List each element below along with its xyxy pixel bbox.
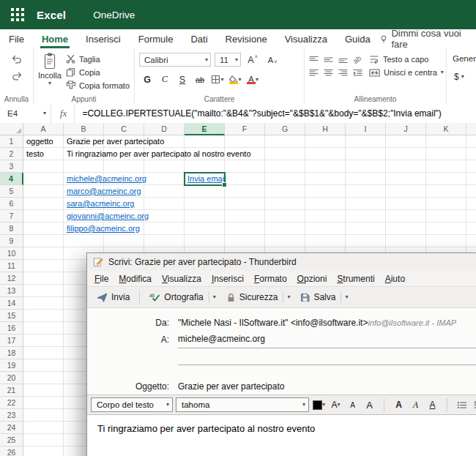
decrease-font-size-button[interactable]: A [346,397,360,412]
tab-formule[interactable]: Formule [130,29,182,48]
tb-menu-file[interactable]: File [89,274,114,284]
row-header-25[interactable]: 25 [0,434,23,446]
name-box[interactable]: E4 ▾ [0,104,51,123]
row-header-2[interactable]: 2 [0,148,23,160]
redo-button[interactable] [11,71,23,81]
cell-B5[interactable]: marco@acmeinc.org [67,185,141,198]
text-color-button[interactable]: ▾ [312,397,326,412]
to-field[interactable]: michele@acmeinc.org [178,331,476,348]
cell-B1[interactable]: Grazie per aver partecipato [67,135,164,148]
row-header-14[interactable]: 14 [0,297,23,310]
column-header-I[interactable]: I [346,123,386,135]
row-header-10[interactable]: 10 [0,247,23,260]
align-middle-button[interactable] [324,56,333,64]
italic-button[interactable]: A [409,397,423,412]
row-header-16[interactable]: 16 [0,322,23,334]
onedrive-link[interactable]: OneDrive [93,10,135,20]
column-header-C[interactable]: C [104,123,144,135]
row-header-15[interactable]: 15 [0,310,23,322]
tell-me[interactable]: Dimmi cosa vuoi fare [379,29,476,48]
column-header-B[interactable]: B [64,123,104,135]
font-size-select[interactable]: 11 ▾ [215,53,241,67]
underline-button[interactable]: A [425,397,439,412]
merge-center-button[interactable]: Unisci e centra ▾ [369,68,444,77]
select-all-button[interactable] [0,123,23,135]
borders-button[interactable]: ▾ [209,72,226,87]
number-format-select[interactable]: Genera [451,52,476,63]
column-header-K[interactable]: K [426,123,466,135]
column-header-L[interactable]: L [466,123,476,135]
italic-button[interactable]: C [157,72,173,87]
column-header-F[interactable]: F [225,123,265,135]
row-header-1[interactable]: 1 [0,135,23,148]
tb-menu-opzioni[interactable]: Opzioni [292,274,332,284]
row-header-23[interactable]: 23 [0,409,23,422]
cell-B6[interactable]: sara@acmeinc.org [67,198,134,210]
send-button[interactable]: Invia [92,288,135,306]
font-select[interactable]: tahoma ▾ [176,397,309,412]
currency-button[interactable]: $ [454,72,459,82]
cell-B2[interactable]: Ti ringraziamo per aver partecipato al n… [67,148,251,160]
row-header-8[interactable]: 8 [0,223,23,235]
cell-A1[interactable]: oggetto [26,135,53,148]
bold-button[interactable]: G [139,72,155,87]
increase-font-size-button[interactable]: A [362,397,376,412]
highlight-color-button[interactable]: A▾ [329,397,343,412]
row-header-6[interactable]: 6 [0,198,23,210]
app-title[interactable]: Excel [37,9,66,21]
cell-A2[interactable]: testo [26,148,44,160]
subject-field[interactable]: Grazie per aver partecipato [178,378,476,395]
formula-input[interactable]: =COLLEG.IPERTESTUALE("mailto:"&B4&"?subj… [75,108,441,119]
align-bottom-button[interactable] [338,56,348,64]
insert-function-button[interactable]: fx [51,104,75,123]
increase-indent-button[interactable] [353,69,362,77]
cell-B4[interactable]: michele@acmeinc.org [67,173,146,185]
spelling-button[interactable]: ab Ortografia ▾ [144,288,220,306]
bullet-list-button[interactable] [455,397,469,412]
cell-B7[interactable]: giovanni@acmeinc.org [67,210,149,223]
align-right-button[interactable] [338,69,348,77]
column-header-D[interactable]: D [144,123,185,135]
row-header-19[interactable]: 19 [0,359,23,372]
column-header-E[interactable]: E [185,123,225,135]
paragraph-style-select[interactable]: Corpo del testo ▾ [91,397,173,412]
column-header-J[interactable]: J [386,123,426,135]
row-header-13[interactable]: 13 [0,285,23,297]
align-left-button[interactable] [309,69,319,77]
row-header-3[interactable]: 3 [0,160,23,173]
row-header-9[interactable]: 9 [0,235,23,247]
row-header-17[interactable]: 17 [0,334,23,347]
row-header-12[interactable]: 12 [0,272,23,285]
tab-visualizza[interactable]: Visualizza [276,29,336,48]
tab-home[interactable]: Home [33,29,77,48]
message-body-editor[interactable]: Ti ringraziamo per aver partecipato al n… [87,415,476,456]
strikethrough-button[interactable]: ab [192,72,208,87]
row-header-7[interactable]: 7 [0,210,23,223]
row-header-11[interactable]: 11 [0,260,23,272]
format-painter-button[interactable]: Copia formato [66,81,130,90]
font-color-button[interactable]: A ▾ [245,72,261,87]
column-header-G[interactable]: G [265,123,305,135]
app-launcher-icon[interactable] [11,8,24,21]
row-header-5[interactable]: 5 [0,185,23,198]
window-title-bar[interactable]: Scrivi: Grazie per aver partecipato - Th… [87,253,476,271]
security-button[interactable]: Sicurezza ▾ [221,288,296,306]
decrease-font-size-button[interactable]: A˅ [264,52,280,67]
font-name-select[interactable]: Calibri ▾ [139,53,211,67]
row-header-20[interactable]: 20 [0,372,23,384]
align-center-button[interactable] [324,69,333,77]
row-header-26[interactable]: 26 [0,446,23,456]
tb-menu-modifica[interactable]: Modifica [114,274,157,284]
row-header-22[interactable]: 22 [0,397,23,409]
wrap-text-button[interactable]: Testo a capo [369,55,444,64]
tb-menu-inserisci[interactable]: Inserisci [207,274,249,284]
tab-revisione[interactable]: Revisione [217,29,276,48]
tb-menu-formato[interactable]: Formato [249,274,292,284]
bold-button[interactable]: A [392,397,406,412]
row-header-4[interactable]: 4 [0,173,23,185]
recipient-empty-field[interactable] [178,348,476,365]
fill-color-button[interactable]: ▾ [227,72,243,87]
tb-menu-visualizza[interactable]: Visualizza [157,274,207,284]
tb-menu-strumenti[interactable]: Strumenti [332,274,379,284]
tb-menu-aiuto[interactable]: Aiuto [380,274,410,284]
